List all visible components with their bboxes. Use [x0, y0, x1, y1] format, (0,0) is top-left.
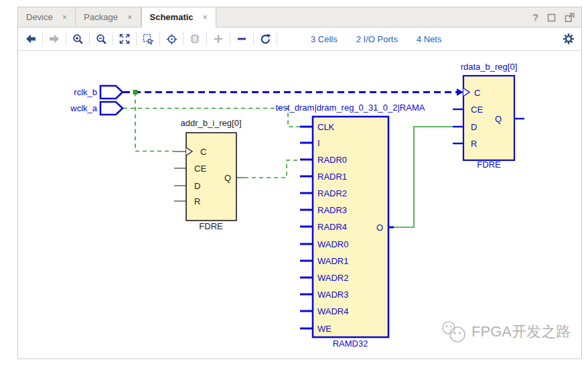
tab-device-label: Device [26, 12, 53, 22]
settings-gear-icon[interactable] [563, 33, 575, 45]
toolbar-separator [206, 32, 207, 46]
pin-label-we: WE [317, 324, 332, 334]
zoom-out-icon[interactable] [95, 33, 107, 45]
toolbar-separator [89, 32, 90, 46]
pin-label-clk: CLK [317, 122, 335, 132]
pin-label-d: D [471, 122, 477, 132]
pin-label-q: Q [224, 173, 231, 183]
pin-label-radr4: RADR4 [317, 222, 347, 232]
schematic-toolbar: 3 Cells 2 I/O Ports 4 Nets [18, 27, 581, 51]
close-icon[interactable]: × [127, 12, 133, 22]
tab-device[interactable]: Device × [18, 7, 76, 27]
expand-cone-icon[interactable] [189, 33, 201, 45]
refresh-icon[interactable] [259, 33, 271, 45]
cell-instance-label: test_dram|dram_reg_0_31_0_2|RAMA [276, 103, 425, 113]
add-icon[interactable] [212, 33, 224, 45]
toolbar-separator [159, 32, 160, 46]
pin-label-c: C [200, 147, 206, 157]
float-window-icon[interactable] [565, 13, 575, 22]
toolbar-separator [253, 32, 254, 46]
cell-instance-label: addr_b_i_reg[0] [180, 118, 241, 128]
cells-count: 3 Cells [311, 34, 338, 44]
toolbar-separator [113, 32, 113, 46]
zoom-in-icon[interactable] [72, 33, 84, 45]
help-icon[interactable]: ? [532, 12, 538, 23]
pin-label-radr3: RADR3 [317, 205, 347, 215]
toolbar-separator [183, 32, 183, 46]
net-addr-q-to-radr0[interactable] [244, 160, 300, 178]
schematic-canvas[interactable]: rclk_b wclk_a addr_b_i_reg[0] C CE D R [18, 51, 581, 358]
autofit-selection-icon[interactable] [165, 33, 177, 45]
cell-type-label: RAMD32 [333, 339, 368, 349]
pin-label-wadr3: WADR3 [317, 290, 348, 300]
port-wclk_a-label: wclk_a [70, 103, 98, 113]
cell-type-label: FDRE [199, 221, 223, 231]
remove-icon[interactable] [236, 33, 248, 45]
cell-type-label: FDRE [477, 160, 501, 170]
pin-label-wadr4: WADR4 [317, 306, 348, 316]
tab-bar: Device × Package × Schematic × ? [18, 7, 581, 27]
selection-counts: 3 Cells 2 I/O Ports 4 Nets [311, 34, 441, 44]
pin-label-c: C [474, 88, 480, 98]
net-rclk_b-branch[interactable] [135, 93, 174, 151]
forward-arrow-icon[interactable] [48, 33, 60, 45]
pin-label-r: R [194, 196, 200, 206]
io-ports-count: 2 I/O Ports [356, 34, 398, 44]
tab-package-label: Package [84, 12, 118, 22]
watermark-text: FPGA开发之路 [471, 322, 571, 342]
pin-label-radr0: RADR0 [317, 155, 347, 165]
zoom-to-selection-icon[interactable] [142, 33, 154, 45]
cell-rdata_b_reg[interactable]: rdata_b_reg[0] C CE D R Q FDRE [453, 62, 524, 170]
watermark: FPGA开发之路 [440, 319, 571, 345]
pin-label-q: Q [495, 114, 502, 124]
pin-label-o: O [376, 223, 383, 233]
toolbar-separator [277, 32, 277, 46]
pin-label-ce: CE [194, 164, 206, 174]
close-icon[interactable]: × [203, 12, 208, 22]
toolbar-separator [42, 32, 43, 46]
schematic-window: Device × Package × Schematic × ? [17, 7, 582, 358]
port-wclk_a[interactable]: wclk_a [70, 102, 123, 115]
window-controls: ? [532, 7, 575, 27]
toolbar-separator [230, 32, 230, 46]
cell-instance-label: rdata_b_reg[0] [461, 62, 518, 72]
pin-label-wadr1: WADR1 [317, 256, 348, 266]
tab-package[interactable]: Package × [76, 7, 141, 27]
pin-label-radr2: RADR2 [317, 188, 347, 198]
pin-label-radr1: RADR1 [317, 172, 347, 182]
cell-ram-dram_reg[interactable]: test_dram|dram_reg_0_31_0_2|RAMA CLK I R… [276, 103, 425, 349]
pin-label-i: I [317, 138, 320, 148]
zoom-fit-icon[interactable] [119, 33, 131, 45]
pin-label-r: R [471, 139, 477, 149]
tab-schematic-label: Schematic [150, 12, 194, 22]
maximize-icon[interactable] [547, 13, 556, 22]
toolbar-separator [66, 32, 66, 46]
net-ram-o-to-d[interactable] [392, 127, 454, 227]
schematic-drawing: rclk_b wclk_a addr_b_i_reg[0] C CE D R [18, 51, 581, 358]
pin-label-wadr2: WADR2 [317, 273, 348, 283]
close-icon[interactable]: × [62, 12, 68, 22]
net-junction-dot [133, 90, 138, 95]
toolbar-separator [136, 32, 137, 46]
pin-label-d: D [194, 181, 200, 191]
port-rclk_b-label: rclk_b [74, 87, 97, 97]
wechat-logo-icon [440, 319, 467, 345]
back-arrow-icon[interactable] [25, 33, 37, 45]
cell-addr_b_i_reg[interactable]: addr_b_i_reg[0] C CE D R Q FDRE [174, 118, 244, 231]
pin-label-ce: CE [471, 105, 483, 115]
tab-schematic[interactable]: Schematic × [141, 7, 217, 27]
net-arrowhead [457, 88, 463, 96]
pin-label-wadr0: WADR0 [317, 239, 348, 249]
port-rclk_b[interactable]: rclk_b [74, 86, 123, 99]
nets-count: 4 Nets [417, 34, 442, 44]
